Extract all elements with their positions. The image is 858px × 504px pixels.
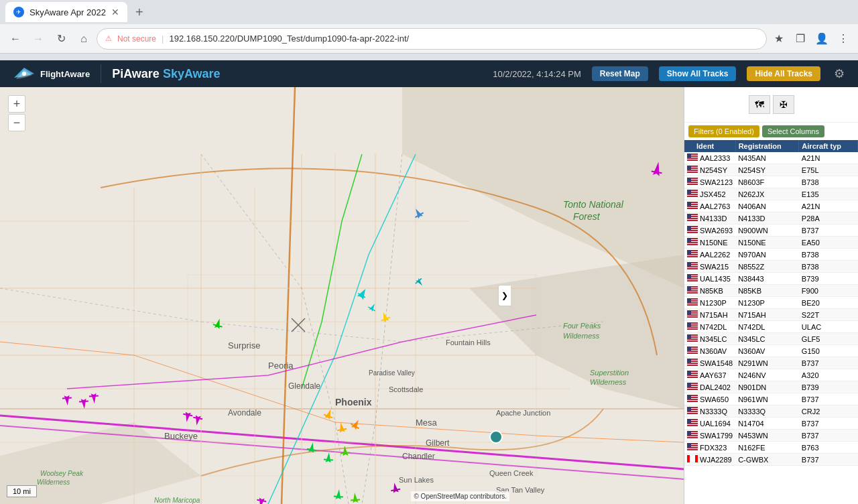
aircraft-registration: N406AN	[735, 200, 799, 212]
aircraft-ident: AAL2262	[684, 249, 735, 261]
refresh-button[interactable]: ↻	[51, 29, 71, 49]
map-area[interactable]: Tonto National Forest Four Peaks Wildern…	[0, 87, 684, 504]
table-row[interactable]: N345LC N345LC GLF5	[684, 333, 858, 345]
share-button[interactable]: ❐	[791, 29, 810, 48]
table-row[interactable]: AAL2333 N435AN A21N	[684, 152, 858, 164]
account-button[interactable]: 👤	[812, 29, 831, 48]
aircraft-registration: C-GWBX	[735, 454, 799, 466]
hide-all-tracks-button[interactable]: Hide All Tracks	[747, 66, 820, 81]
browser-tab[interactable]: ✈ SkyAware Apr 2022 ✕	[5, 2, 127, 22]
filters-button[interactable]: Filters (0 Enabled)	[688, 125, 759, 137]
aircraft-type: A320	[799, 369, 858, 381]
aircraft-type: ULAC	[799, 321, 858, 333]
table-row[interactable]: SWA1548 N291WN B737	[684, 357, 858, 369]
sidebar-panel: 🗺 ✠ Filters (0 Enabled) Select Columns I…	[684, 87, 858, 504]
aircraft-ident: UAL1435	[684, 273, 735, 285]
table-row[interactable]: N3333Q N3333Q CRJ2	[684, 405, 858, 418]
map-attribution: © OpenStreetMap contributors.	[411, 491, 509, 501]
home-button[interactable]: ⌂	[74, 29, 94, 49]
aircraft-ident: N345LC	[684, 333, 735, 345]
map-tool-button[interactable]: 🗺	[749, 95, 770, 114]
table-row[interactable]: JSX452 N262JX E135	[684, 188, 858, 200]
table-row[interactable]: SWA1799 N453WN B737	[684, 430, 858, 442]
svg-text:Avondale: Avondale	[228, 408, 261, 418]
table-row[interactable]: WJA2289 C-GWBX B737	[684, 454, 858, 466]
address-bar[interactable]: ⚠ Not secure | 192.168.150.220/DUMP1090_…	[97, 28, 767, 50]
table-row[interactable]: UAL1694 N14704 B737	[684, 418, 858, 430]
aircraft-ident: SWA2123	[684, 176, 735, 188]
zoom-in-button[interactable]: +	[8, 95, 25, 113]
svg-text:Peoria: Peoria	[268, 361, 294, 371]
forward-button[interactable]: →	[28, 29, 48, 49]
aircraft-registration: N246NV	[735, 369, 799, 381]
bookmark-star-button[interactable]: ★	[770, 29, 788, 48]
table-row[interactable]: N254SY N254SY E75L	[684, 164, 858, 176]
table-row[interactable]: SWA2693 N900WN B737	[684, 225, 858, 237]
aircraft-table-area[interactable]: Ident Registration Aircraft typ AAL2333 …	[684, 140, 858, 504]
tab-close-button[interactable]: ✕	[111, 7, 119, 17]
table-row[interactable]: N85KB N85KB F900	[684, 285, 858, 297]
aircraft-type: B738	[799, 176, 858, 188]
back-button[interactable]: ←	[5, 29, 25, 49]
table-row[interactable]: N150NE N150NE EA50	[684, 237, 858, 249]
aircraft-registration: N150NE	[735, 237, 799, 249]
table-row[interactable]: SWA650 N961WN B737	[684, 393, 858, 405]
table-row[interactable]: UAL1435 N38443 B739	[684, 273, 858, 285]
aircraft-type: B737	[799, 393, 858, 405]
table-row[interactable]: N4133D N4133D P28A	[684, 212, 858, 225]
aircraft-type: B739	[799, 273, 858, 285]
col-ident[interactable]: Ident	[684, 140, 735, 152]
flag-icon	[687, 238, 698, 245]
table-row[interactable]: AAY637 N246NV A320	[684, 369, 858, 381]
flag-icon	[687, 178, 698, 185]
table-row[interactable]: N360AV N360AV G150	[684, 345, 858, 357]
scale-label: 10 mi	[13, 487, 31, 495]
table-row[interactable]: N742DL N742DL ULAC	[684, 321, 858, 333]
flag-icon	[687, 455, 698, 462]
table-row[interactable]: AAL2763 N406AN A21N	[684, 200, 858, 212]
table-row[interactable]: AAL2262 N970AN B738	[684, 249, 858, 261]
aircraft-ident: N150NE	[684, 237, 735, 249]
aircraft-registration: N901DN	[735, 381, 799, 393]
table-row[interactable]: FDX323 N162FE B763	[684, 442, 858, 454]
flag-icon	[687, 322, 698, 330]
table-row[interactable]: SWA2123 N8603F B738	[684, 176, 858, 188]
aircraft-registration: N345LC	[735, 333, 799, 345]
svg-line-73	[89, 395, 99, 396]
flag-icon	[687, 166, 698, 173]
svg-text:Gilbert: Gilbert	[426, 438, 450, 448]
reset-map-button[interactable]: Reset Map	[592, 66, 648, 81]
svg-text:Wilderness: Wilderness	[590, 378, 627, 386]
flag-icon	[687, 298, 698, 306]
aircraft-registration: N291WN	[735, 357, 799, 369]
grid-tool-button[interactable]: ✠	[773, 95, 794, 114]
flag-icon	[687, 153, 698, 161]
aircraft-type: B738	[799, 249, 858, 261]
aircraft-ident: SWA650	[684, 393, 735, 405]
col-aircraft-type[interactable]: Aircraft typ	[799, 140, 858, 152]
aircraft-ident: N360AV	[684, 345, 735, 357]
table-row[interactable]: DAL2402 N901DN B739	[684, 381, 858, 393]
table-row[interactable]: N1230P N1230P BE20	[684, 297, 858, 309]
panel-toggle-button[interactable]: ❯	[498, 285, 511, 306]
app-title: PiAware SkyAware	[112, 67, 482, 81]
col-registration[interactable]: Registration	[735, 140, 799, 152]
aircraft-type: GLF5	[799, 333, 858, 345]
sidebar-tools: 🗺 ✠	[684, 87, 858, 123]
settings-button[interactable]: ⚙	[831, 64, 847, 84]
new-tab-button[interactable]: +	[130, 3, 149, 21]
aircraft-type: B763	[799, 442, 858, 454]
select-columns-button[interactable]: Select Columns	[762, 125, 824, 137]
show-all-tracks-button[interactable]: Show All Tracks	[659, 66, 737, 81]
zoom-out-button[interactable]: −	[8, 114, 25, 131]
table-row[interactable]: N715AH N715AH S22T	[684, 309, 858, 321]
flag-icon	[687, 190, 698, 197]
aircraft-ident: N715AH	[684, 309, 735, 321]
svg-text:Forest: Forest	[573, 211, 601, 222]
fa-logo-svg	[11, 64, 38, 83]
not-secure-label: Not secure	[117, 34, 156, 44]
aircraft-table-body: AAL2333 N435AN A21N N254SY N254SY E75L S…	[684, 152, 858, 466]
aircraft-registration: N8552Z	[735, 261, 799, 273]
more-button[interactable]: ⋮	[834, 29, 853, 48]
table-row[interactable]: SWA215 N8552Z B738	[684, 261, 858, 273]
